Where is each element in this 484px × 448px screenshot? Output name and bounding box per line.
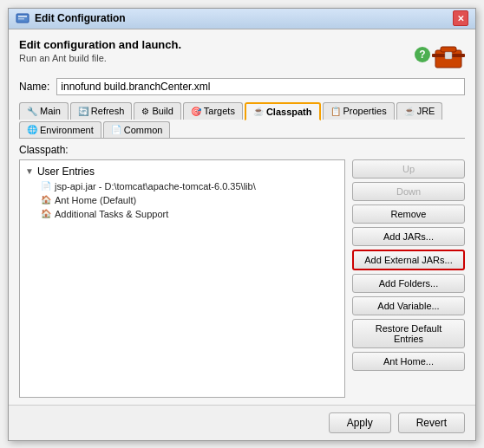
title-bar-left: Edit Configuration [16,11,126,25]
down-button: Down [352,182,465,201]
item-label: Ant Home (Default) [55,195,136,205]
add-variable-button[interactable]: Add Variable... [352,296,465,315]
classpath-tab-label: Classpath [266,107,312,117]
jre-tab-label: JRE [417,106,435,116]
add-folders-button[interactable]: Add Folders... [352,274,465,293]
tab-common[interactable]: 📄Common [103,121,171,138]
classpath-label: Classpath: [19,144,465,156]
tab-build[interactable]: ⚙Build [134,102,180,120]
item-icon: 🏠 [41,209,51,218]
main-section: ▼User Entries📄jsp-api.jar - D:\tomcat\ap… [19,159,465,398]
list-item[interactable]: 🏠Additional Tasks & Support [23,207,341,221]
refresh-tab-label: Refresh [91,106,125,116]
list-group-header: ▼User Entries [23,164,341,179]
name-row: Name: [19,78,465,95]
title-bar: Edit Configuration ✕ [9,9,475,29]
add-jars-button[interactable]: Add JARs... [352,227,465,246]
tab-refresh[interactable]: 🔄Refresh [70,102,133,120]
classpath-list[interactable]: ▼User Entries📄jsp-api.jar - D:\tomcat\ap… [19,159,345,398]
jre-tab-icon: ☕ [404,107,415,116]
up-button: Up [352,159,465,179]
ant-home-button[interactable]: Ant Home... [352,352,465,371]
item-label: jsp-api.jar - D:\tomcat\apache-tomcat-6.… [55,181,256,192]
list-group: ▼User Entries📄jsp-api.jar - D:\tomcat\ap… [23,164,341,221]
item-icon: 📄 [41,181,51,191]
tab-jre[interactable]: ☕JRE [396,102,443,120]
item-label: Additional Tasks & Support [55,209,168,219]
targets-tab-label: Targets [204,106,235,116]
content-area: Edit configuration and launch. Run an An… [9,29,475,405]
main-tab-icon: 🔧 [27,107,37,116]
common-tab-icon: 📄 [111,125,121,134]
toolbox-icon [432,38,465,71]
remove-button[interactable]: Remove [352,205,465,224]
environment-tab-icon: 🌐 [27,125,37,134]
svg-rect-6 [445,52,452,59]
main-tab-label: Main [40,106,61,116]
header-icon-area: ? [415,38,465,71]
header-subtitle: Run an Ant build file. [19,53,181,63]
header-section: Edit configuration and launch. Run an An… [19,38,465,71]
svg-rect-2 [18,18,24,20]
svg-rect-4 [441,47,456,52]
name-label: Name: [19,81,49,93]
list-item[interactable]: 🏠Ant Home (Default) [23,193,341,207]
tab-main[interactable]: 🔧Main [19,102,69,120]
properties-tab-label: Properties [343,106,387,116]
header-title: Edit configuration and launch. [19,38,181,51]
tab-targets[interactable]: 🎯Targets [183,102,243,120]
svg-rect-1 [18,16,27,17]
group-icon: ▼ [25,166,34,176]
environment-tab-label: Environment [40,125,94,135]
name-input[interactable] [56,78,465,95]
item-icon: 🏠 [41,195,51,205]
tab-properties[interactable]: 📋Properties [323,102,395,120]
edit-configuration-window: Edit Configuration ✕ Edit configuration … [8,8,476,441]
group-label: User Entries [37,166,95,178]
header-text: Edit configuration and launch. Run an An… [19,38,181,63]
footer: Apply Revert [9,405,475,440]
add-external-jars-button[interactable]: Add External JARs... [352,250,465,270]
list-item[interactable]: 📄jsp-api.jar - D:\tomcat\apache-tomcat-6… [23,179,341,193]
restore-default-button[interactable]: Restore Default Entries [352,319,465,348]
tab-classpath[interactable]: ☕Classpath [245,102,321,120]
left-panel: ▼User Entries📄jsp-api.jar - D:\tomcat\ap… [19,159,345,398]
window-icon [16,11,29,25]
build-tab-label: Build [152,106,173,116]
right-panel: UpDownRemoveAdd JARs...Add External JARs… [352,159,465,398]
refresh-tab-icon: 🔄 [78,107,88,116]
green-circle-icon: ? [415,47,430,62]
apply-button[interactable]: Apply [329,412,391,433]
classpath-tab-icon: ☕ [253,107,264,116]
window-title: Edit Configuration [35,12,126,24]
properties-tab-icon: 📋 [330,107,341,116]
tab-environment[interactable]: 🌐Environment [19,121,101,138]
tabs-row: 🔧Main🔄Refresh⚙Build🎯Targets☕Classpath📋Pr… [19,102,465,139]
revert-button[interactable]: Revert [398,412,465,433]
targets-tab-icon: 🎯 [191,107,201,116]
common-tab-label: Common [124,125,163,135]
build-tab-icon: ⚙ [141,107,149,116]
close-button[interactable]: ✕ [453,10,468,26]
